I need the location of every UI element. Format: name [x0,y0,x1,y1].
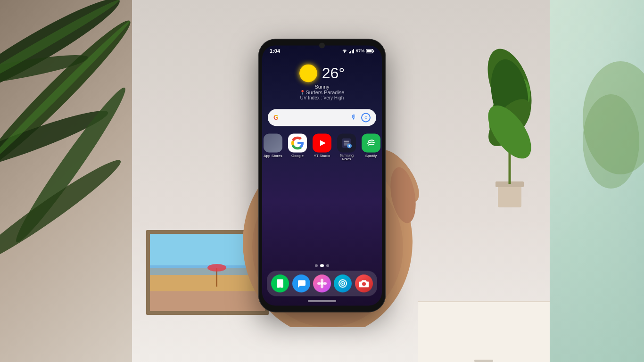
app-stores-label: App Stores [264,154,282,158]
yt-studio-label: YT Studio [314,154,330,158]
weather-widget: 26° Sunny 📍 Surfers Paradise UV Index : … [262,55,382,105]
battery-percent: 97% [356,49,364,53]
app-item-google[interactable]: Google [287,133,308,162]
status-time: 1:04 [270,48,280,54]
app-dock [267,271,377,296]
home-indicator[interactable] [308,300,336,302]
page-dot-3 [326,264,329,267]
svg-point-54 [321,279,323,282]
weather-top: 26° [299,64,345,82]
svg-point-52 [365,137,377,148]
dock-camera[interactable] [355,274,373,292]
app-item-yt-studio[interactable]: YT Studio [312,133,332,162]
sun-icon [299,64,317,82]
app-grid: App Stores Google [262,130,382,262]
weather-uv: UV Index : Very High [300,95,345,100]
svg-rect-38 [352,50,353,53]
page-dots [262,262,382,269]
weather-temperature: 26° [322,65,345,82]
weather-condition: Sunny [300,84,345,90]
page-dot-1 [315,264,318,267]
svg-rect-36 [349,52,350,53]
svg-rect-15 [150,291,265,311]
google-label: Google [291,154,304,158]
svg-rect-39 [353,49,354,53]
yt-studio-icon [313,133,331,152]
palm-fronds [0,0,179,273]
cabinet [418,301,550,362]
spotify-label: Spotify [365,154,377,158]
front-camera [319,42,325,48]
status-icons: 97% [342,49,374,53]
indoor-plant [479,38,540,209]
svg-rect-41 [367,50,372,52]
app-row-1: App Stores Google [263,133,381,162]
app-item-samsung-notes[interactable]: Samsung Notes [336,133,357,162]
svg-point-57 [323,282,327,285]
weather-details: Sunny 📍 Surfers Paradise UV Index : Very… [300,84,345,100]
google-lens-icon[interactable]: ⊙ [361,113,371,122]
dock-messages[interactable] [292,274,310,292]
dock-galaxy-store[interactable] [313,274,331,292]
svg-rect-19 [498,184,521,207]
phone-screen: 1:04 97% [262,45,382,305]
app-item-spotify[interactable]: Spotify [361,133,381,162]
svg-rect-42 [373,50,374,52]
google-logo: G [273,114,279,121]
page-dot-2 [320,264,324,267]
samsung-notes-label: Samsung Notes [336,154,357,162]
svg-point-56 [317,282,321,285]
phone: 1:04 97% [258,39,386,312]
svg-point-18 [207,264,226,272]
google-icon [288,133,307,152]
svg-point-60 [342,283,344,284]
spotify-icon [362,133,380,152]
phone-body: 1:04 97% [258,39,386,312]
svg-rect-37 [350,51,351,53]
svg-point-35 [344,52,345,53]
svg-point-10 [583,94,639,189]
app-stores-icon [264,133,282,152]
dock-smartthings[interactable] [334,274,352,292]
google-search-bar[interactable]: G 🎙 ⊙ [268,109,376,126]
app-item-app-stores[interactable]: App Stores [263,133,283,162]
microphone-icon[interactable]: 🎙 [351,114,357,121]
svg-point-55 [321,284,323,288]
samsung-notes-icon [337,133,356,152]
dock-phone[interactable] [271,274,289,292]
weather-location: 📍 Surfers Paradise [300,90,345,95]
